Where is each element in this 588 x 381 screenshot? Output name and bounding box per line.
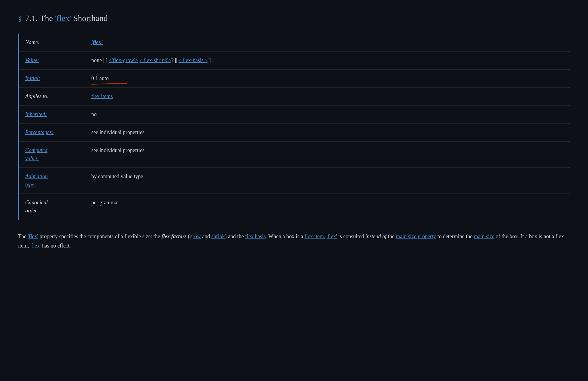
table-row: Value: none | [ <'flex-grow'> <'flex-shr… xyxy=(19,52,570,70)
table-row: Animationtype: by computed value type xyxy=(19,168,570,194)
flex-shrink-link[interactable]: <'flex-shrink'> xyxy=(139,57,171,63)
value-applies-to: flex items xyxy=(85,88,570,106)
shrink-link[interactable]: shrink xyxy=(211,233,225,239)
description-paragraph: The 'flex' property specifies the compon… xyxy=(18,232,570,250)
animation-type-label-link[interactable]: Animationtype: xyxy=(25,173,48,188)
table-row: Canonicalorder: per grammar xyxy=(19,194,570,220)
table-row: Applies to: flex items xyxy=(19,88,570,106)
table-row: Initial: 0 1 auto xyxy=(19,70,570,88)
section-symbol: § xyxy=(18,13,22,24)
instead-of-italic: instead of xyxy=(365,233,386,239)
table-row: Name: 'flex' xyxy=(19,34,570,52)
flex-factors-bold-italic: flex factors xyxy=(162,233,186,239)
label-percentages: Percentages: xyxy=(19,124,85,142)
main-size-link[interactable]: main size xyxy=(474,233,494,239)
label-inherited: Inherited: xyxy=(19,106,85,124)
flex-desc-link-1[interactable]: 'flex' xyxy=(28,233,38,239)
value-label-link[interactable]: Value: xyxy=(25,57,39,63)
computed-value-label-link[interactable]: Computedvalue: xyxy=(25,147,47,161)
label-name: Name: xyxy=(19,34,85,52)
table-row: Computedvalue: see individual properties xyxy=(19,142,570,168)
label-initial: Initial: xyxy=(19,70,85,88)
percentages-label-link[interactable]: Percentages: xyxy=(25,129,53,135)
inherited-label-link[interactable]: Inherited: xyxy=(25,111,47,117)
grow-link[interactable]: grow xyxy=(190,233,201,239)
flex-heading-link[interactable]: 'flex' xyxy=(55,14,71,23)
label-canonical-order: Canonicalorder: xyxy=(19,194,85,220)
value-percentages: see individual properties xyxy=(85,124,570,142)
property-table: Name: 'flex' Value: none | [ <'flex-grow… xyxy=(19,34,570,220)
value-computed-value: see individual properties xyxy=(85,142,570,168)
value-animation-type: by computed value type xyxy=(85,168,570,194)
main-size-property-link[interactable]: main size property xyxy=(396,233,436,239)
flex-items-link[interactable]: flex items xyxy=(91,93,113,99)
content-box: Name: 'flex' Value: none | [ <'flex-grow… xyxy=(18,34,570,220)
value-inherited: no xyxy=(85,106,570,124)
page-title: § 7.1. The 'flex' Shorthand xyxy=(18,12,570,25)
flex-basis-link[interactable]: <'flex-basis'> xyxy=(178,57,208,63)
label-value: Value: xyxy=(19,52,85,70)
table-row: Inherited: no xyxy=(19,106,570,124)
label-animation-type: Animationtype: xyxy=(19,168,85,194)
flex-desc-link-2[interactable]: 'flex' xyxy=(326,233,337,239)
label-computed-value: Computedvalue: xyxy=(19,142,85,168)
value-value: none | [ <'flex-grow'> <'flex-shrink'>? … xyxy=(85,52,570,70)
red-underline-decoration xyxy=(91,83,127,85)
table-row: Percentages: see individual properties xyxy=(19,124,570,142)
flex-basis-desc-link[interactable]: flex basis xyxy=(245,233,265,239)
heading-text: 7.1. The 'flex' Shorthand xyxy=(25,12,108,25)
initial-value-wrapper: 0 1 auto xyxy=(91,74,109,82)
value-initial: 0 1 auto xyxy=(85,70,570,88)
flex-grow-link[interactable]: <'flex-grow'> xyxy=(109,57,138,63)
flex-desc-link-3[interactable]: 'flex' xyxy=(30,243,41,249)
flex-name-link[interactable]: 'flex' xyxy=(91,39,103,45)
flex-item-link[interactable]: flex item xyxy=(305,233,324,239)
initial-value-text: 0 1 auto xyxy=(91,75,109,81)
value-canonical-order: per grammar xyxy=(85,194,570,220)
label-applies-to: Applies to: xyxy=(19,88,85,106)
value-name: 'flex' xyxy=(85,34,570,52)
initial-label-link[interactable]: Initial: xyxy=(25,75,40,81)
